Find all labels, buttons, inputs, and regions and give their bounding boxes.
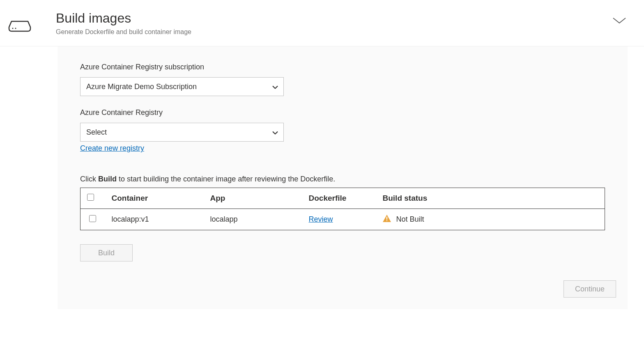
page-subtitle: Generate Dockerfile and build container …	[56, 28, 611, 36]
instruction-pre: Click	[80, 175, 98, 183]
subscription-select[interactable]: Azure Migrate Demo Subscription	[80, 77, 284, 96]
container-cell: localapp:v1	[105, 209, 204, 230]
build-instruction: Click Build to start building the contai…	[80, 175, 605, 183]
subscription-label: Azure Container Registry subscription	[80, 63, 605, 71]
containers-table: Container App Dockerfile Build status lo…	[80, 188, 605, 230]
content-panel: Azure Container Registry subscription Az…	[58, 46, 628, 309]
dockerfile-cell: Review	[302, 209, 376, 230]
registry-field: Azure Container Registry Select Create n…	[80, 108, 605, 153]
collapse-chevron-icon[interactable]	[611, 14, 628, 27]
app-cell: localapp	[204, 209, 302, 230]
review-dockerfile-link[interactable]: Review	[309, 215, 333, 223]
row-select-cell	[80, 209, 105, 230]
subscription-field: Azure Container Registry subscription Az…	[80, 63, 605, 96]
row-select-checkbox[interactable]	[89, 215, 96, 222]
svg-rect-3	[386, 220, 387, 221]
page-header: Build images Generate Dockerfile and bui…	[0, 0, 644, 46]
select-all-header	[80, 188, 105, 209]
table-row: localapp:v1 localapp Review Not Built	[80, 209, 605, 230]
svg-point-1	[15, 28, 16, 29]
page-title: Build images	[56, 10, 611, 26]
instruction-post: to start building the container image af…	[117, 175, 335, 183]
continue-button[interactable]: Continue	[564, 280, 616, 298]
build-status-cell: Not Built	[376, 209, 605, 230]
svg-rect-2	[386, 217, 387, 220]
registry-select-value: Select	[86, 128, 107, 137]
subscription-select-value: Azure Migrate Demo Subscription	[86, 83, 197, 91]
column-header-dockerfile: Dockerfile	[302, 188, 376, 209]
header-text-block: Build images Generate Dockerfile and bui…	[56, 10, 611, 36]
column-header-container: Container	[105, 188, 204, 209]
table-header-row: Container App Dockerfile Build status	[80, 188, 605, 209]
select-all-checkbox[interactable]	[87, 194, 94, 201]
warning-icon	[383, 215, 391, 224]
registry-select[interactable]: Select	[80, 123, 284, 142]
column-header-build-status: Build status	[376, 188, 605, 209]
column-header-app: App	[204, 188, 302, 209]
disk-icon	[8, 16, 31, 33]
build-button[interactable]: Build	[80, 244, 133, 261]
registry-label: Azure Container Registry	[80, 108, 605, 117]
instruction-bold: Build	[98, 175, 117, 183]
status-text: Not Built	[396, 215, 424, 223]
create-registry-link[interactable]: Create new registry	[80, 144, 144, 152]
svg-point-0	[12, 28, 14, 29]
